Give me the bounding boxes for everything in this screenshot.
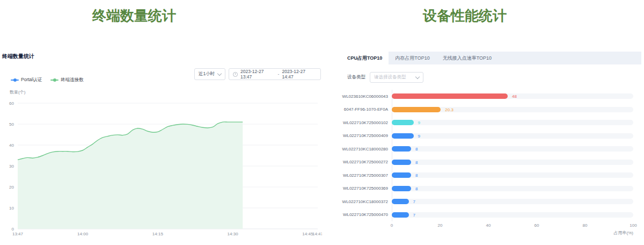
- device-name-label: WL022710KC18000372: [341, 199, 392, 204]
- terminal-count-panel: 终端数量统计 近1小时 2023-12-27 13:47 - 2023-12-2…: [0, 48, 322, 245]
- date-range-separator: -: [278, 71, 280, 77]
- bar-track: 8: [392, 160, 633, 165]
- bar-fill: [392, 172, 411, 178]
- cpu-top10-bar-chart: WL023610KC06000043 48 6047-FF96-1070-EF0…: [341, 90, 641, 221]
- device-name-label: 6047-FF96-1070-EF0A: [341, 107, 392, 112]
- bar-row: WL022710K725000369 8: [341, 182, 641, 196]
- device-type-select[interactable]: 请选择设备类型: [370, 72, 423, 83]
- clock-icon: [233, 72, 238, 77]
- bar-track: 8: [392, 146, 633, 152]
- x-axis-tick: 14:45: [302, 232, 313, 236]
- bar-row: WL022710K725000307 8: [341, 169, 641, 182]
- x-axis-tick: 40: [486, 223, 491, 228]
- device-performance-panel: CPU占用TOP10 内存占用TOP10 无线接入点速率TOP10 设备类型 请…: [341, 48, 641, 245]
- device-name-label: WL022710KC18000280: [341, 147, 392, 152]
- bar-fill: [392, 133, 414, 139]
- bar-value-label: 8: [415, 160, 418, 164]
- y-axis-tick: 50: [9, 122, 14, 127]
- date-range-picker[interactable]: 2023-12-27 13:47 - 2023-12-27 14:47: [229, 68, 321, 80]
- bar-track: 48: [392, 93, 633, 99]
- device-type-placeholder: 请选择设备类型: [374, 74, 406, 81]
- tab-wireless-ap-rate-top10[interactable]: 无线接入点速率TOP10: [436, 52, 498, 64]
- y-axis-tick: 0: [12, 227, 14, 232]
- y-axis-tick: 60: [9, 101, 14, 106]
- device-name-label: WL022710K725000409: [341, 133, 392, 138]
- legend-label: 终端连接数: [61, 77, 84, 83]
- bar-row: WL022710K725000272 8: [341, 156, 641, 169]
- bar-row: WL022710K725000409 9: [341, 129, 641, 143]
- bar-row: WL022710KC18000372 7: [341, 195, 641, 208]
- legend-item-terminal-connections[interactable]: 终端连接数: [50, 77, 84, 83]
- x-axis-tick: 14:47: [312, 232, 322, 236]
- bar-value-label: 48: [512, 94, 517, 99]
- bar-row: 6047-FF96-1070-EF0A 20.3: [341, 103, 641, 117]
- bar-track: 7: [392, 199, 633, 204]
- panel-title: 终端数量统计: [2, 53, 34, 60]
- bar-value-label: 8: [415, 186, 418, 191]
- bar-track: 8: [392, 186, 633, 191]
- bar-value-label: 8: [415, 173, 418, 178]
- x-axis-title: 占用率(%): [392, 230, 633, 236]
- y-axis-tick: 30: [9, 164, 14, 169]
- bar-row: WL023610KC06000043 48: [341, 90, 641, 103]
- bar-value-label: 9: [418, 120, 420, 125]
- bar-value-label: 9: [418, 133, 420, 138]
- bar-value-label: 7: [413, 199, 415, 204]
- bar-chart-x-axis: 020406080100: [392, 223, 633, 228]
- x-axis-tick: 14:30: [228, 232, 239, 236]
- device-name-label: WL022710K725000369: [341, 186, 392, 191]
- device-type-filter: 设备类型 请选择设备类型: [347, 72, 423, 83]
- legend-item-portal-auth[interactable]: Portal认证: [11, 77, 42, 83]
- bar-fill: [392, 93, 508, 99]
- device-name-label: WL022710K725000470: [341, 212, 392, 217]
- x-axis-tick: 14:15: [152, 232, 164, 236]
- right-section-title: 设备性能统计: [423, 6, 507, 25]
- x-axis-tick: 60: [535, 223, 539, 228]
- bar-row: WL022710K725000470 7: [341, 208, 641, 222]
- bar-fill: [392, 199, 409, 204]
- y-axis-tick: 20: [9, 185, 14, 190]
- date-range-start: 2023-12-27 13:47: [240, 69, 275, 80]
- area-fill: [18, 122, 243, 229]
- bar-fill: [392, 160, 411, 165]
- time-range-select[interactable]: 近1小时: [194, 68, 225, 80]
- bar-row: WL022710K725000102 9: [341, 116, 641, 129]
- chevron-down-icon: [415, 74, 420, 78]
- bar-fill: [392, 212, 409, 218]
- bar-fill: [392, 146, 411, 152]
- bar-track: 9: [392, 133, 633, 139]
- x-axis-tick: 14:00: [77, 232, 89, 236]
- x-axis-tick: 13:47: [12, 232, 24, 236]
- top10-tabbar: CPU占用TOP10 内存占用TOP10 无线接入点速率TOP10: [341, 52, 641, 64]
- y-axis-tick: 40: [9, 143, 14, 148]
- bar-track: 20.3: [392, 107, 633, 112]
- bar-value-label: 20.3: [445, 107, 453, 112]
- time-range-value: 近1小时: [199, 71, 215, 77]
- bar-fill: [392, 186, 411, 191]
- chart-controls: 近1小时 2023-12-27 13:47 - 2023-12-27 14:47: [194, 68, 321, 80]
- y-axis-tick: 10: [9, 206, 14, 211]
- chevron-down-icon: [217, 71, 222, 75]
- device-name-label: WL022710K725000102: [341, 120, 392, 125]
- device-name-label: WL022710K725000272: [341, 160, 392, 164]
- x-axis-tick: 0: [391, 223, 393, 228]
- bar-value-label: 8: [415, 147, 418, 152]
- terminal-count-area-chart: 010203040506013:4714:0014:1514:3014:4514…: [0, 86, 322, 245]
- legend-marker-icon: [11, 80, 19, 81]
- device-type-label: 设备类型: [347, 74, 365, 81]
- x-axis-tick: 20: [438, 223, 443, 228]
- tab-memory-top10[interactable]: 内存占用TOP10: [389, 52, 436, 64]
- device-name-label: WL022710K725000307: [341, 173, 392, 178]
- legend-marker-icon: [50, 80, 58, 81]
- device-name-label: WL023610KC06000043: [341, 94, 392, 99]
- bar-row: WL022710KC18000280 8: [341, 142, 641, 156]
- tab-cpu-top10[interactable]: CPU占用TOP10: [341, 52, 389, 64]
- bar-fill: [392, 107, 441, 112]
- legend-label: Portal认证: [21, 77, 42, 83]
- chart-legend: Portal认证 终端连接数: [11, 77, 84, 83]
- x-axis-tick: 80: [583, 223, 588, 228]
- left-section-title: 终端数量统计: [92, 6, 176, 25]
- bar-value-label: 7: [413, 212, 415, 217]
- bar-fill: [392, 120, 414, 125]
- date-range-end: 2023-12-27 14:47: [282, 69, 317, 80]
